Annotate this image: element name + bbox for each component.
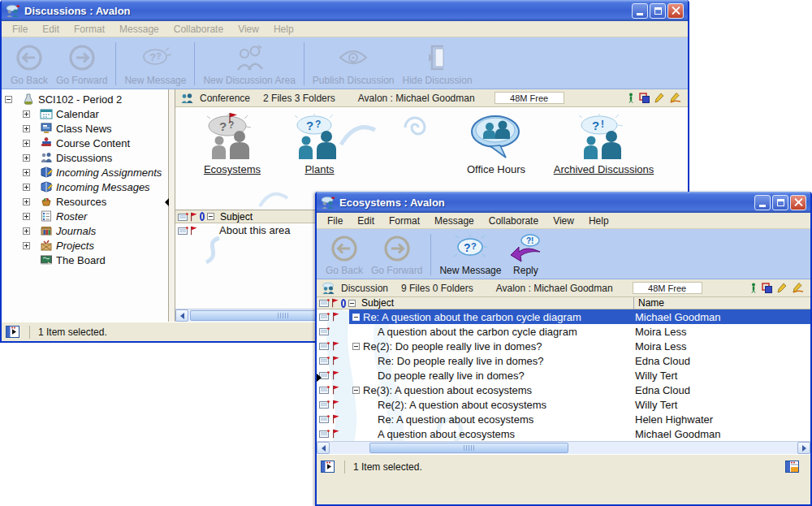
horizontal-scrollbar[interactable]: [317, 441, 810, 454]
maximize-button[interactable]: [650, 3, 666, 19]
thread-collapse-icon[interactable]: [352, 314, 360, 321]
expand-icon[interactable]: [23, 110, 30, 118]
thread-collapse-icon[interactable]: [352, 387, 360, 394]
message-row[interactable]: Re: Do people really live in domes?Edna …: [317, 353, 810, 368]
expand-icon[interactable]: [23, 154, 30, 162]
menu-file[interactable]: File: [320, 214, 350, 228]
sidebar-item-the-board[interactable]: The Board: [2, 253, 168, 267]
menu-collaborate[interactable]: Collaborate: [482, 214, 546, 228]
menu-format[interactable]: Format: [382, 214, 427, 228]
publish-discussion-button[interactable]: Publish Discussion: [309, 41, 399, 87]
sidebar-item-incoming-messages[interactable]: Incoming Messages: [2, 179, 168, 194]
expand-icon[interactable]: [23, 184, 30, 191]
scroll-left-button[interactable]: [175, 309, 188, 322]
envelope-column-icon[interactable]: [319, 299, 330, 307]
pane-toggle-icon[interactable]: [321, 461, 335, 473]
splitter-arrow[interactable]: [317, 374, 322, 382]
minimize-button[interactable]: [632, 3, 648, 19]
menu-help[interactable]: Help: [266, 22, 301, 37]
scrollbar-thumb[interactable]: [369, 443, 568, 453]
expand-icon[interactable]: [23, 125, 30, 132]
close-button[interactable]: [790, 195, 806, 210]
go-back-button[interactable]: Go Back: [322, 232, 367, 277]
expand-icon[interactable]: [23, 169, 30, 176]
new-message-button[interactable]: ?? New Message: [120, 41, 190, 87]
menu-collaborate[interactable]: Collaborate: [166, 22, 231, 37]
maximize-button[interactable]: [772, 195, 788, 210]
sidebar-item-roster[interactable]: Roster: [2, 209, 168, 223]
go-forward-button[interactable]: Go Forward: [52, 41, 111, 87]
sidebar-item-resources[interactable]: Resources: [2, 194, 168, 209]
menu-view[interactable]: View: [546, 214, 581, 228]
expand-icon[interactable]: [23, 140, 30, 147]
expand-icon[interactable]: [23, 198, 30, 205]
go-back-button[interactable]: Go Back: [6, 41, 52, 87]
minimize-button[interactable]: [754, 195, 771, 210]
desktop-icon-archived-discussions[interactable]: ?! Archived Discussions: [533, 114, 675, 175]
attachment-column-icon[interactable]: [200, 212, 205, 221]
thread-collapse-icon[interactable]: [352, 343, 360, 350]
expand-icon[interactable]: [23, 227, 30, 235]
desktop-icon-plants[interactable]: ?? Plants: [281, 114, 358, 175]
splitter-collapse-arrow[interactable]: [165, 198, 169, 206]
envelope-icon[interactable]: [178, 213, 188, 221]
sidebar-item-root[interactable]: SCI102 - Period 2: [2, 92, 168, 106]
signature-pencil-icon[interactable]: [792, 283, 804, 293]
sidebar-item-journals[interactable]: Journals: [2, 223, 168, 238]
sidebar-item-calendar[interactable]: Calendar: [2, 106, 168, 121]
message-row[interactable]: Re: A question about the carbon cycle di…: [317, 309, 810, 324]
desktop-icon-ecosystems[interactable]: ?? Ecosystems: [184, 114, 281, 175]
flag-column-icon[interactable]: [190, 212, 197, 222]
sidebar-item-class-news[interactable]: Class News: [2, 121, 168, 136]
pane-splitter[interactable]: [169, 89, 175, 322]
menu-view[interactable]: View: [231, 22, 266, 37]
message-row[interactable]: Re(3): A question about ecosystemsEdna C…: [317, 383, 810, 397]
flag-column-icon[interactable]: [331, 298, 339, 308]
collapse-all-icon[interactable]: [348, 300, 356, 307]
view-mode-icon[interactable]: [785, 461, 799, 473]
new-discussion-area-button[interactable]: New Discussion Area: [199, 41, 299, 87]
go-forward-button[interactable]: Go Forward: [367, 232, 426, 277]
online-user-icon[interactable]: [628, 93, 634, 103]
close-button[interactable]: [667, 3, 684, 19]
message-row[interactable]: Do people really live in domes?Willy Ter…: [317, 368, 810, 383]
edit-pencil-icon[interactable]: [654, 93, 664, 103]
menu-edit[interactable]: Edit: [35, 22, 67, 37]
collapse-icon[interactable]: [5, 96, 12, 103]
edit-pencil-icon[interactable]: [777, 283, 787, 293]
scroll-left-button[interactable]: [317, 442, 330, 454]
expand-icon[interactable]: [23, 213, 30, 220]
titlebar[interactable]: Discussions : Avalon: [2, 0, 688, 21]
collapse-all-icon[interactable]: [207, 213, 214, 220]
sidebar-item-discussions[interactable]: Discussions: [2, 150, 168, 165]
sidebar-item-projects[interactable]: Projects: [2, 238, 168, 253]
hide-discussion-button[interactable]: Hide Discussion: [399, 41, 477, 87]
scroll-right-button[interactable]: [797, 442, 810, 454]
menu-message[interactable]: Message: [112, 22, 166, 37]
name-column-header[interactable]: Name: [633, 297, 664, 309]
message-row[interactable]: A question about ecosystemsMichael Goodm…: [317, 426, 810, 441]
reply-button[interactable]: ?! Reply: [505, 232, 546, 277]
subject-column-header[interactable]: Subject: [361, 297, 394, 309]
online-user-icon[interactable]: [750, 283, 757, 293]
message-row[interactable]: A question about the carbon cycle diagra…: [317, 324, 810, 339]
titlebar[interactable]: Ecosystems : Avalon: [317, 192, 810, 213]
expand-icon[interactable]: [23, 242, 30, 249]
permissions-icon[interactable]: [762, 283, 772, 293]
subject-column-header[interactable]: Subject: [220, 211, 253, 223]
message-row[interactable]: Re: A question about ecosystemsHelen Hig…: [317, 412, 810, 426]
menu-help[interactable]: Help: [581, 214, 616, 228]
menu-message[interactable]: Message: [427, 214, 482, 228]
new-message-button[interactable]: ?? New Message: [435, 232, 505, 277]
menu-file[interactable]: File: [5, 22, 35, 37]
message-row[interactable]: Re(2): A question about ecosystemsWilly …: [317, 397, 810, 412]
sidebar-item-incoming-assignments[interactable]: Incoming Assignments: [2, 165, 168, 179]
sidebar-item-course-content[interactable]: Course Content: [2, 136, 168, 150]
menu-format[interactable]: Format: [67, 22, 112, 37]
attachment-column-icon[interactable]: [341, 299, 346, 308]
pane-toggle-icon[interactable]: [6, 326, 19, 338]
permissions-icon[interactable]: [639, 93, 650, 103]
signature-pencil-icon[interactable]: [669, 93, 681, 103]
menu-edit[interactable]: Edit: [350, 214, 382, 228]
message-row[interactable]: Re(2): Do people really live in domes?Mo…: [317, 339, 810, 353]
